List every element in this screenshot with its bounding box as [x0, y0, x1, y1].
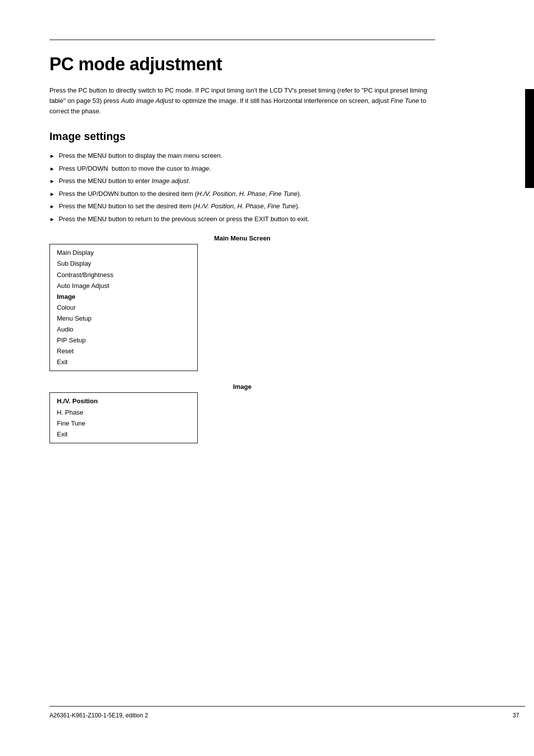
image-adjust-italic: Image adjust [152, 177, 188, 185]
intro-paragraph: Press the PC button to directly switch t… [49, 86, 435, 116]
main-menu-box: Main Display Sub Display Contrast/Bright… [49, 244, 198, 371]
top-rule [49, 40, 435, 40]
hv-pos-italic-2: H./V. Position [195, 202, 234, 210]
list-item: ► Press the MENU button to return to the… [49, 214, 435, 224]
image-menu-section: Image H./V. Position H. Phase Fine Tune … [49, 383, 435, 443]
intro-italic-1: Auto Image Adjust [121, 97, 174, 104]
list-item-text-1: Press the MENU button to display the mai… [59, 151, 222, 161]
page-title: PC mode adjustment [49, 54, 435, 75]
main-menu-section: Main Menu Screen Main Display Sub Displa… [49, 235, 435, 371]
menu-item-audio: Audio [57, 324, 190, 335]
h-phase-italic-2: H. Phase [237, 202, 264, 210]
content-area: PC mode adjustment Press the PC button t… [0, 0, 485, 498]
footer-page-number: 37 [513, 712, 519, 719]
bullet-arrow-5: ► [49, 202, 55, 211]
image-menu-item-exit: Exit [57, 429, 190, 440]
image-italic: Image [191, 165, 209, 172]
menu-item-auto-image: Auto Image Adjust [57, 281, 190, 291]
bullet-arrow-2: ► [49, 165, 55, 173]
list-item-text-4: Press the UP/DOWN button to the desired … [59, 189, 302, 199]
image-menu-item-fine-tune: Fine Tune [57, 418, 190, 429]
list-item-text-5: Press the MENU button to set the desired… [59, 201, 300, 211]
menu-item-contrast: Contrast/Brightness [57, 270, 190, 281]
menu-item-menu-setup: Menu Setup [57, 313, 190, 324]
list-item-text-6: Press the MENU button to return to the p… [59, 214, 309, 224]
menu-item-image: Image [57, 291, 190, 302]
bullet-arrow-3: ► [49, 177, 55, 186]
bullet-arrow-4: ► [49, 190, 55, 198]
menu-item-exit: Exit [57, 357, 190, 368]
list-item: ► Press UP/DOWN button to move the cusor… [49, 164, 435, 174]
image-menu-item-h-phase: H. Phase [57, 407, 190, 418]
page-container: PC mode adjustment Press the PC button t… [0, 0, 534, 756]
list-item: ► Press the UP/DOWN button to the desire… [49, 189, 435, 199]
h-phase-italic-1: H. Phase [239, 190, 266, 197]
hv-pos-italic-1: H./V. Position [197, 190, 236, 197]
menu-item-colour: Colour [57, 302, 190, 313]
menu-item-main-display: Main Display [57, 247, 190, 258]
image-menu-box: H./V. Position H. Phase Fine Tune Exit [49, 392, 198, 443]
menu-item-sub-display: Sub Display [57, 258, 190, 269]
fine-tune-italic-2: Fine Tune [267, 202, 296, 210]
footer: A26361-K961-Z100-1-5E19, edition 2 37 [49, 712, 519, 719]
list-item: ► Press the MENU button to display the m… [49, 151, 435, 161]
image-settings-heading: Image settings [49, 130, 435, 143]
list-item-text-3: Press the MENU button to enter Image adj… [59, 176, 190, 186]
footer-doc-ref: A26361-K961-Z100-1-5E19, edition 2 [49, 712, 148, 719]
intro-italic-2: Fine Tune [391, 97, 419, 104]
bottom-rule [49, 706, 525, 707]
list-item: ► Press the MENU button to set the desir… [49, 201, 435, 211]
menu-item-reset: Reset [57, 346, 190, 357]
bullet-arrow-1: ► [49, 152, 55, 160]
menu-item-pip-setup: PIP Setup [57, 335, 190, 346]
fine-tune-italic-1: Fine Tune [269, 190, 298, 197]
list-item-text-2: Press UP/DOWN button to move the cusor t… [59, 164, 211, 174]
image-menu-label: Image [49, 383, 435, 390]
list-item: ► Press the MENU button to enter Image a… [49, 176, 435, 186]
bullet-arrow-6: ► [49, 215, 55, 224]
main-menu-label: Main Menu Screen [49, 235, 435, 242]
instruction-list: ► Press the MENU button to display the m… [49, 151, 435, 224]
right-sidebar-bar [525, 89, 534, 188]
image-menu-item-hv-position: H./V. Position [57, 396, 190, 407]
